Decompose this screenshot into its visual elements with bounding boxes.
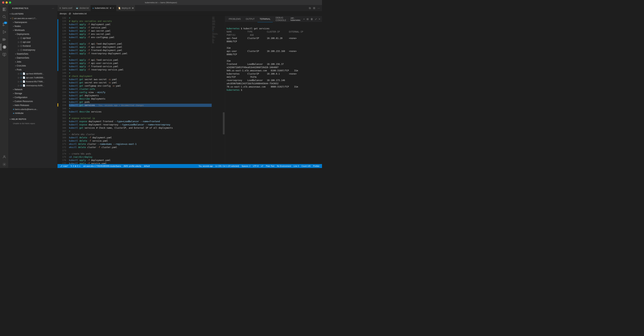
cronjobs-item[interactable]: ▾ CronJobs <box>8 64 57 68</box>
panel-tab-output[interactable]: OUTPUT <box>244 16 257 22</box>
deployment-frontend[interactable]: ▷ ⬡ frontend <box>8 44 57 48</box>
activity-item-kubernetes[interactable] <box>1 44 8 51</box>
pod-reverseproxy[interactable]: ▷ ⬡ 📄 reverseproxy-6c89... <box>8 84 57 88</box>
network-item[interactable]: ▾ Network <box>8 88 57 92</box>
activity-item-explorer[interactable] <box>1 6 8 13</box>
gutter-mark-153 <box>58 84 58 87</box>
code-line-163: # expose external ip <box>69 116 212 120</box>
deployment-api-user[interactable]: ▷ ⬡ api-user <box>8 40 57 44</box>
tab-actions: ⧉ ⊞ ··· <box>307 5 322 11</box>
activity-item-extensions[interactable] <box>1 36 8 43</box>
pod-api-user[interactable]: ▷ ⬡ 📄 api-user-7cdfb5896... <box>8 76 57 80</box>
sidebar-more-button[interactable]: ··· <box>52 6 54 10</box>
code-line-138: kubectl apply -f env-configmap.yaml <box>69 36 212 39</box>
activity-item-settings[interactable] <box>1 161 8 168</box>
breadcrumb-at[interactable]: @ <box>69 12 71 15</box>
status-env[interactable]: No Environment <box>276 164 292 168</box>
gutter-mark-175 <box>58 155 58 158</box>
code-area[interactable]: 1321331341351361371381391401411421431441… <box>58 16 225 164</box>
split-editor-icon[interactable]: ⧉ <box>308 6 312 10</box>
sidebar-header: KUBERNETES ··· <box>8 5 57 11</box>
editor-left: 1321331341351361371381391401411421431441… <box>58 16 225 164</box>
line-number-142: 142 <box>58 49 66 52</box>
terminal-content[interactable]: kubernetes $ kubectl get services NAME T… <box>225 22 322 164</box>
pods-item[interactable]: ▾ Pods <box>8 68 57 72</box>
code-line-164: kubectl expose deployment frontend --typ… <box>69 120 212 123</box>
bams-cluster-item[interactable]: ⎈ bams-udacity@bams.us... <box>8 107 57 111</box>
helm-releases-item[interactable]: ▾ Helm Releases <box>8 103 57 107</box>
status-branch[interactable]: ⎇ main* <box>59 164 69 168</box>
more-actions-icon[interactable]: ··· <box>317 6 320 10</box>
code-line-140: kubectl apply -f api-feed-deployment.yam… <box>69 42 212 46</box>
tab-kubernetes-txt[interactable]: ⎈ kubernetes.txt M × <box>91 5 116 11</box>
status-line-col[interactable]: Ln 159, Col 1 (20 selected) <box>214 164 240 168</box>
vertical-scrollbar[interactable] <box>222 16 225 164</box>
terminal-row-kubernetes: kubernetes ClusterIP 10.100.0.1 <none> 4… <box>226 72 322 78</box>
nodes-item[interactable]: ▾ Nodes <box>8 24 57 28</box>
status-encoding[interactable]: UTF-8 <box>252 164 260 168</box>
status-spaces[interactable]: Spaces: 2 <box>240 164 252 168</box>
panel-tab-debug[interactable]: DEBUG CONSOLE <box>274 16 290 22</box>
status-line-ending[interactable]: LF <box>260 164 264 168</box>
close-button[interactable] <box>2 2 4 4</box>
status-count[interactable]: Count 145 <box>300 164 312 168</box>
warning-icon: ⚠ <box>79 165 81 167</box>
activity-item-accounts[interactable] <box>1 153 8 160</box>
tab-deploy-sh[interactable]: 📜 deploy.sh M <box>116 5 136 11</box>
minikube-label: minikube <box>15 112 24 114</box>
deployment-api-feed[interactable]: ▷ ⬡ api-feed <box>8 36 57 40</box>
status-line3[interactable]: Line 3 <box>292 164 300 168</box>
panel-tab-terminal[interactable]: TERMINAL <box>258 16 273 22</box>
minimize-button[interactable] <box>6 2 8 4</box>
storage-item[interactable]: ▾ Storage <box>8 92 57 96</box>
k8s-txt-close[interactable]: × <box>112 7 114 10</box>
status-uncommitted[interactable]: You, seconds ago <box>198 164 214 168</box>
pod-api-feed[interactable]: ▷ ⬡ 📄 api-feed-9695b95f... <box>8 72 57 76</box>
minikube-item[interactable]: ⎈ minikube <box>8 111 57 115</box>
add-terminal-icon[interactable]: + <box>303 17 305 21</box>
breadcrumb-devops[interactable]: devops <box>60 12 67 15</box>
code-line-132: + <box>69 16 212 20</box>
code-line-141: kubectl apply -f api-user-deployment.yam… <box>69 46 212 49</box>
helm-repos-section-header[interactable]: ▾ HELM REPOS <box>8 116 57 122</box>
editor-layout-icon[interactable]: ⊞ <box>312 6 316 10</box>
gutter-mark-151 <box>58 78 58 81</box>
status-prettier[interactable]: Prettier <box>312 164 320 168</box>
activity-item-remote[interactable] <box>1 51 8 58</box>
helm-releases-chevron: ▾ <box>12 105 14 106</box>
status-language[interactable]: Plain Text <box>265 164 276 168</box>
pod-api-user-label: api-user-7cdfb5896... <box>26 76 45 79</box>
tab-bams-conf[interactable]: ⚙ bams.conf <box>58 5 74 11</box>
split-terminal-icon[interactable]: ⊞ <box>306 17 309 21</box>
deployment-reverseproxy[interactable]: ▷ ⬡ reverseproxy <box>8 48 57 52</box>
deployments-item[interactable]: ▾ Deployments <box>8 32 57 36</box>
kill-terminal-icon[interactable]: 🗑 <box>310 17 314 21</box>
status-sync[interactable]: ↻ 0 ⊗ 0 ⚠ <box>70 164 82 168</box>
namespaces-item[interactable]: ▾ Namespaces <box>8 20 57 24</box>
cluster-item[interactable]: ▾ ⬡ arn:aws:eks:us-east-1:7... <box>8 16 57 20</box>
status-remote[interactable]: arn:aws:eks-1:739245385998:cluster/bams <box>82 164 122 168</box>
cluster-expand-icon: ▾ <box>10 18 11 20</box>
activity-item-source-control[interactable]: 19 <box>1 21 8 28</box>
breadcrumb-file[interactable]: kubernetes.txt <box>73 12 86 15</box>
line-number-166: 166 <box>58 126 66 130</box>
pod-frontend[interactable]: ▷ ⬡ 📄 frontend-95c77686... <box>8 80 57 84</box>
maximize-panel-icon[interactable]: ⤢ <box>314 17 317 21</box>
statefulsets-item[interactable]: ▾ StatefulSets <box>8 52 57 56</box>
clusters-section-header[interactable]: ▾ CLUSTERS <box>8 11 57 16</box>
custom-resources-item[interactable]: ▾ Custom Resources <box>8 99 57 103</box>
maximize-button[interactable] <box>9 2 11 4</box>
status-git-default[interactable]: default <box>143 164 151 168</box>
tab-docker-txt[interactable]: 🐳 docker.txt <box>74 5 90 11</box>
activity-item-run[interactable] <box>1 28 8 36</box>
configuration-item[interactable]: ▾ Configuration <box>8 96 57 99</box>
close-panel-icon[interactable]: × <box>318 17 320 21</box>
custom-resources-label: Custom Resources <box>14 100 33 102</box>
activity-item-search[interactable] <box>1 13 8 20</box>
status-aws[interactable]: AWS: profile:udacity <box>122 164 142 168</box>
jobs-item[interactable]: ▾ Jobs <box>8 60 57 64</box>
daemonsets-item[interactable]: ▾ DaemonSets <box>8 56 57 60</box>
workloads-item[interactable]: ▾ Workloads <box>8 28 57 32</box>
code-editor[interactable]: +# Apply env variables and secretskubect… <box>68 16 212 164</box>
panel-tab-problems[interactable]: PROBLEMS <box>226 16 243 22</box>
